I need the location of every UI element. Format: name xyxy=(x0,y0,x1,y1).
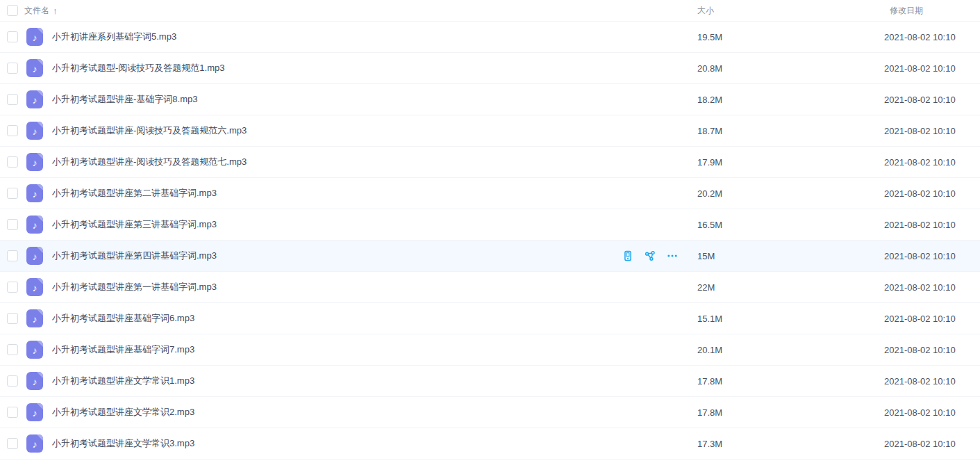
file-row[interactable]: ♪ 小升初考试题型讲座第二讲基础字词.mp3 20.2M 2021-08-02 … xyxy=(0,178,980,209)
folded-corner xyxy=(37,28,43,34)
row-checkbox[interactable] xyxy=(7,282,18,293)
file-row[interactable]: ♪ 小升初考试题型讲座第三讲基础字词.mp3 16.5M 2021-08-02 … xyxy=(0,209,980,241)
file-size: 15M xyxy=(697,251,884,261)
row-checkbox[interactable] xyxy=(7,125,18,136)
file-row[interactable]: ♪ 小升初考试题型讲座文学常识3.mp3 17.3M 2021-08-02 10… xyxy=(0,428,980,460)
folded-corner xyxy=(37,216,43,222)
more-icon[interactable] xyxy=(667,250,678,261)
file-size: 15.1M xyxy=(697,314,884,324)
file-date: 2021-08-02 10:10 xyxy=(884,439,980,449)
file-list: ♪ 小升初讲座系列基础字词5.mp3 19.5M 2021-08-02 10:1… xyxy=(0,22,980,460)
folded-corner xyxy=(37,278,43,284)
file-name[interactable]: 小升初考试题型讲座基础字词7.mp3 xyxy=(52,343,697,356)
folded-corner xyxy=(37,341,43,347)
audio-file-icon: ♪ xyxy=(26,184,43,202)
file-name[interactable]: 小升初考试题型讲座第二讲基础字词.mp3 xyxy=(52,187,697,200)
audio-file-icon: ♪ xyxy=(26,216,43,234)
row-checkbox[interactable] xyxy=(7,375,18,387)
audio-file-icon: ♪ xyxy=(26,90,43,108)
file-date: 2021-08-02 10:10 xyxy=(884,32,980,42)
folded-corner xyxy=(37,434,43,441)
file-row[interactable]: ♪ 小升初讲座系列基础字词5.mp3 19.5M 2021-08-02 10:1… xyxy=(0,22,980,53)
column-header-date[interactable]: 修改日期 xyxy=(884,5,980,17)
column-header-filename[interactable]: 文件名 xyxy=(24,5,49,17)
row-checkbox[interactable] xyxy=(7,250,18,261)
row-checkbox[interactable] xyxy=(7,313,18,324)
audio-file-icon: ♪ xyxy=(26,59,43,77)
table-header: 文件名 ↑ 大小 修改日期 xyxy=(0,0,980,22)
audio-file-icon: ♪ xyxy=(26,153,43,171)
file-name[interactable]: 小升初考试题型讲座-阅读技巧及答题规范六.mp3 xyxy=(52,124,697,137)
audio-file-icon: ♪ xyxy=(26,278,43,296)
file-name[interactable]: 小升初考试题型讲座文学常识1.mp3 xyxy=(52,375,697,387)
file-date: 2021-08-02 10:10 xyxy=(884,95,980,105)
row-checkbox[interactable] xyxy=(7,188,18,199)
file-row[interactable]: ♪ 小升初考试题型讲座-阅读技巧及答题规范六.mp3 18.7M 2021-08… xyxy=(0,115,980,147)
file-row[interactable]: ♪ 小升初考试题型讲座第四讲基础字词.mp3 xyxy=(0,241,980,272)
file-size: 18.7M xyxy=(697,126,884,136)
file-row[interactable]: ♪ 小升初考试题型讲座基础字词7.mp3 20.1M 2021-08-02 10… xyxy=(0,334,980,366)
file-date: 2021-08-02 10:10 xyxy=(884,282,980,293)
row-checkbox[interactable] xyxy=(7,156,18,168)
file-date: 2021-08-02 10:10 xyxy=(884,314,980,324)
file-row[interactable]: ♪ 小升初考试题型讲座-阅读技巧及答题规范七.mp3 17.9M 2021-08… xyxy=(0,147,980,178)
file-row[interactable]: ♪ 小升初考试题型讲座-基础字词8.mp3 18.2M 2021-08-02 1… xyxy=(0,84,980,115)
audio-file-icon: ♪ xyxy=(26,247,43,265)
file-size: 22M xyxy=(697,282,884,293)
folded-corner xyxy=(37,247,43,253)
file-date: 2021-08-02 10:10 xyxy=(884,407,980,418)
file-size: 17.8M xyxy=(697,376,884,387)
file-size: 20.8M xyxy=(697,63,884,74)
file-date: 2021-08-02 10:10 xyxy=(884,63,980,74)
file-size: 19.5M xyxy=(697,32,884,42)
file-date: 2021-08-02 10:10 xyxy=(884,220,980,230)
file-row[interactable]: ♪ 小升初考试题型讲座文学常识2.mp3 17.8M 2021-08-02 10… xyxy=(0,397,980,428)
sort-asc-icon[interactable]: ↑ xyxy=(53,6,58,16)
file-name[interactable]: 小升初考试题型讲座第三讲基础字词.mp3 xyxy=(52,218,697,231)
file-size: 17.8M xyxy=(697,407,884,418)
file-size: 17.3M xyxy=(697,439,884,449)
file-row[interactable]: ♪ 小升初考试题型讲座第一讲基础字词.mp3 22M 2021-08-02 10… xyxy=(0,272,980,303)
file-size: 16.5M xyxy=(697,220,884,230)
folded-corner xyxy=(37,59,43,65)
file-date: 2021-08-02 10:10 xyxy=(884,376,980,387)
audio-file-icon: ♪ xyxy=(26,341,43,359)
select-all-checkbox[interactable] xyxy=(7,5,18,16)
row-checkbox[interactable] xyxy=(7,94,18,105)
file-name[interactable]: 小升初考试题型-阅读技巧及答题规范1.mp3 xyxy=(52,62,697,74)
file-date: 2021-08-02 10:10 xyxy=(884,126,980,136)
file-size: 17.9M xyxy=(697,157,884,168)
row-checkbox[interactable] xyxy=(7,407,18,418)
file-name[interactable]: 小升初考试题型讲座-阅读技巧及答题规范七.mp3 xyxy=(52,156,697,168)
file-name[interactable]: 小升初考试题型讲座文学常识2.mp3 xyxy=(52,406,697,419)
file-name[interactable]: 小升初考试题型讲座基础字词6.mp3 xyxy=(52,312,697,325)
file-size: 18.2M xyxy=(697,95,884,105)
row-checkbox[interactable] xyxy=(7,31,18,42)
file-name[interactable]: 小升初讲座系列基础字词5.mp3 xyxy=(52,31,697,43)
file-date: 2021-08-02 10:10 xyxy=(884,188,980,199)
row-checkbox[interactable] xyxy=(7,219,18,230)
folded-corner xyxy=(37,309,43,316)
audio-file-icon: ♪ xyxy=(26,28,43,46)
row-checkbox[interactable] xyxy=(7,438,18,449)
row-checkbox[interactable] xyxy=(7,63,18,74)
device-icon[interactable] xyxy=(622,250,633,261)
share-icon[interactable] xyxy=(645,250,656,261)
file-row[interactable]: ♪ 小升初考试题型讲座基础字词6.mp3 15.1M 2021-08-02 10… xyxy=(0,303,980,334)
file-name[interactable]: 小升初考试题型讲座文学常识3.mp3 xyxy=(52,437,697,450)
file-row[interactable]: ♪ 小升初考试题型-阅读技巧及答题规范1.mp3 20.8M 2021-08-0… xyxy=(0,53,980,84)
folded-corner xyxy=(37,90,43,97)
file-name[interactable]: 小升初考试题型讲座第一讲基础字词.mp3 xyxy=(52,281,697,293)
column-header-size[interactable]: 大小 xyxy=(697,5,884,17)
row-checkbox[interactable] xyxy=(7,344,18,355)
file-name[interactable]: 小升初考试题型讲座第四讲基础字词.mp3 xyxy=(52,250,622,262)
file-date: 2021-08-02 10:10 xyxy=(884,345,980,355)
folded-corner xyxy=(37,153,43,159)
file-size: 20.1M xyxy=(697,345,884,355)
file-name[interactable]: 小升初考试题型讲座-基础字词8.mp3 xyxy=(52,93,697,106)
file-size: 20.2M xyxy=(697,188,884,199)
file-row[interactable]: ♪ 小升初考试题型讲座文学常识1.mp3 17.8M 2021-08-02 10… xyxy=(0,366,980,397)
file-date: 2021-08-02 10:10 xyxy=(884,251,980,261)
folded-corner xyxy=(37,372,43,378)
folded-corner xyxy=(37,122,43,128)
